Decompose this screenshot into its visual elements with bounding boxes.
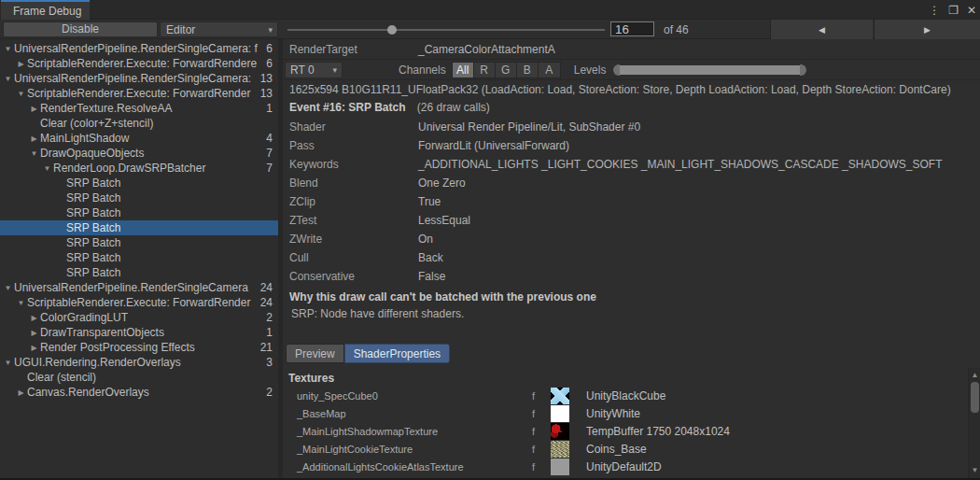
next-frame-button[interactable]: ▶: [874, 20, 980, 39]
scroll-down-icon[interactable]: ▼: [969, 465, 980, 476]
channel-button-g[interactable]: G: [496, 63, 517, 78]
detail-value: ForwardLit (UniversalForward): [418, 139, 569, 152]
foldout-open-icon[interactable]: ▼: [28, 149, 40, 158]
tree-item[interactable]: ▼UniversalRenderPipeline.RenderSingleCam…: [0, 71, 278, 86]
kebab-menu-icon[interactable]: ⋮: [929, 5, 940, 16]
tree-item[interactable]: SRP Batch: [0, 235, 278, 250]
levels-max-handle[interactable]: [800, 64, 806, 76]
levels-range-bar: [619, 65, 801, 75]
close-icon[interactable]: ✕: [967, 5, 976, 16]
render-target-value: _CameraColorAttachmentA: [418, 43, 555, 56]
tree-item-label: ScriptableRenderer.Execute: ForwardRende…: [27, 87, 259, 100]
tree-item[interactable]: ▼ScriptableRenderer.Execute: ForwardRend…: [0, 86, 278, 101]
scroll-up-icon[interactable]: ▲: [969, 370, 980, 381]
tree-item[interactable]: ▶MainLightShadow4: [0, 131, 278, 146]
draw-call-count: (26 draw calls): [417, 101, 490, 114]
detail-label: Conservative: [283, 270, 418, 283]
texture-property-name: _MainLightShadowmapTexture: [297, 426, 438, 437]
prev-frame-button[interactable]: ◀: [770, 20, 873, 39]
vertical-scrollbar[interactable]: ▲ ▼: [968, 368, 980, 478]
foldout-closed-icon[interactable]: ▶: [15, 60, 27, 68]
scrollbar-thumb[interactable]: [971, 382, 979, 413]
tab-shader-properties[interactable]: ShaderProperties: [344, 344, 450, 363]
tab-preview[interactable]: Preview: [286, 344, 344, 363]
tree-item[interactable]: ▼UniversalRenderPipeline.RenderSingleCam…: [0, 41, 278, 56]
textures-heading: Textures: [283, 372, 980, 388]
tree-item[interactable]: ▶ScriptableRenderer.Execute: ForwardRend…: [0, 56, 278, 71]
tree-item[interactable]: SRP Batch: [0, 250, 278, 265]
tree-item-count: 13: [259, 87, 278, 100]
tree-item[interactable]: ▶Render PostProcessing Effects21: [0, 340, 278, 355]
levels-min-handle[interactable]: [613, 64, 620, 76]
channel-button-b[interactable]: B: [517, 63, 539, 78]
tree-item[interactable]: ▶DrawTransparentObjects1: [0, 325, 278, 340]
tree-item[interactable]: ▶RenderTexture.ResolveAA1: [0, 101, 278, 116]
tree-item[interactable]: Clear (stencil): [0, 370, 278, 385]
texture-thumbnail-shadowmap[interactable]: [551, 423, 569, 440]
tree-item[interactable]: ▼RenderLoop.DrawSRPBatcher7: [0, 161, 278, 176]
tree-item[interactable]: Clear (color+Z+stencil): [0, 116, 278, 131]
tree-item[interactable]: SRP Batch: [0, 176, 278, 191]
foldout-closed-icon[interactable]: ▶: [28, 105, 40, 113]
tree-item[interactable]: SRP Batch: [0, 220, 278, 235]
target-dropdown[interactable]: Editor ▾: [160, 21, 278, 37]
tree-item-count: 6: [264, 57, 278, 70]
texture-thumbnail-coins[interactable]: [551, 441, 569, 458]
frame-number-input[interactable]: [610, 21, 654, 36]
texture-thumbnail-gray[interactable]: [551, 459, 569, 475]
frame-slider-thumb[interactable]: [387, 25, 397, 35]
detail-label: Blend: [283, 176, 418, 190]
tree-item-label: SRP Batch: [66, 176, 271, 190]
tree-item-label: UniversalRenderPipeline.RenderSingleCame…: [14, 42, 264, 55]
tree-item[interactable]: SRP Batch: [0, 205, 278, 220]
channel-button-a[interactable]: A: [539, 63, 560, 78]
frame-slider-track: [287, 29, 605, 31]
foldout-open-icon[interactable]: ▼: [41, 164, 53, 173]
tree-item[interactable]: ▼ScriptableRenderer.Execute: ForwardRend…: [0, 295, 278, 310]
foldout-open-icon[interactable]: ▼: [2, 45, 14, 53]
texture-property-name: _MainLightCookieTexture: [297, 444, 413, 455]
detail-label: Cull: [283, 251, 418, 264]
foldout-open-icon[interactable]: ▼: [2, 359, 14, 367]
tree-item[interactable]: ▼DrawOpaqueObjects7: [0, 146, 278, 161]
levels-label: Levels: [574, 64, 607, 77]
tree-item[interactable]: ▼UGUI.Rendering.RenderOverlays3: [0, 355, 278, 370]
tree-item-label: Clear (stencil): [27, 371, 271, 384]
disable-button[interactable]: Disable: [3, 21, 158, 37]
levels-range-slider[interactable]: [613, 64, 806, 76]
detail-label: ZClip: [283, 195, 418, 208]
foldout-closed-icon[interactable]: ▶: [28, 344, 40, 352]
rt-index-dropdown[interactable]: RT 0 ▾: [285, 62, 343, 78]
render-target-label: RenderTarget: [283, 43, 418, 56]
channels-row: RT 0 ▾ Channels AllRGBA Levels: [283, 60, 980, 80]
channel-button-all[interactable]: All: [453, 63, 474, 78]
texture-thumbnail-white[interactable]: [551, 405, 569, 422]
tree-item-label: SRP Batch: [66, 221, 271, 234]
tree-item[interactable]: ▶Canvas.RenderOverlays2: [0, 385, 278, 400]
foldout-closed-icon[interactable]: ▶: [28, 314, 40, 322]
frame-debug-tab[interactable]: Frame Debug: [1, 0, 90, 20]
foldout-closed-icon[interactable]: ▶: [28, 329, 40, 337]
frame-slider[interactable]: [287, 20, 605, 39]
tree-item[interactable]: SRP Batch: [0, 265, 278, 280]
tree-item-count: 4: [264, 132, 278, 145]
detail-label: Keywords: [283, 158, 418, 171]
foldout-closed-icon[interactable]: ▶: [15, 388, 27, 397]
foldout-closed-icon[interactable]: ▶: [28, 134, 40, 143]
detail-value: On: [418, 233, 433, 246]
channel-button-r[interactable]: R: [474, 63, 496, 78]
tree-item[interactable]: SRP Batch: [0, 191, 278, 205]
event-details-panel: RenderTarget _CameraColorAttachmentA RT …: [283, 39, 980, 478]
maximize-icon[interactable]: ❐: [948, 5, 959, 16]
texture-flag: f: [532, 444, 535, 455]
foldout-open-icon[interactable]: ▼: [15, 299, 27, 307]
frame-debugger-window: Frame Debug ⋮ ❐ ✕ Disable Editor ▾ of 46…: [0, 0, 980, 480]
tree-item-label: Canvas.RenderOverlays: [27, 386, 264, 399]
tree-item-label: UniversalRenderPipeline.RenderSingleCame…: [14, 72, 259, 85]
foldout-open-icon[interactable]: ▼: [15, 90, 27, 98]
foldout-open-icon[interactable]: ▼: [2, 75, 14, 83]
texture-thumbnail-blackcube[interactable]: [551, 388, 569, 404]
tree-item[interactable]: ▼UniversalRenderPipeline.RenderSingleCam…: [0, 280, 278, 295]
tree-item[interactable]: ▶ColorGradingLUT2: [0, 310, 278, 325]
foldout-open-icon[interactable]: ▼: [2, 284, 14, 292]
